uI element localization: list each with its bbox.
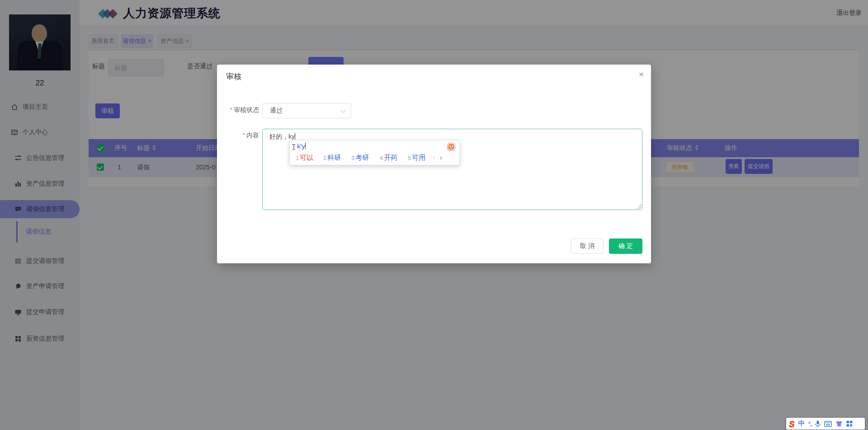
status-select[interactable]: 通过 (262, 103, 351, 118)
ime-candidate[interactable]: 5可用 (408, 154, 425, 162)
ime-toolbar: S 中 °, (786, 418, 865, 430)
ime-candidate-list: 1可以 2科研 3考研 4开药 5可用 ‹ › (290, 154, 459, 164)
ime-caret (305, 143, 306, 150)
ime-candidate[interactable]: 4开药 (380, 154, 397, 162)
content-field-label: *内容 (217, 131, 259, 140)
ime-composition: k'y (297, 142, 306, 150)
text-cursor-icon (292, 144, 295, 150)
chevron-down-icon (340, 108, 345, 112)
confirm-button[interactable]: 确 定 (609, 238, 642, 254)
resize-handle-icon[interactable] (637, 204, 642, 209)
toolbox-grid-icon[interactable] (846, 421, 853, 427)
ime-candidate[interactable]: 1可以 (296, 154, 313, 162)
microphone-icon[interactable] (815, 421, 821, 427)
text-caret (295, 133, 295, 140)
keyboard-icon[interactable] (824, 421, 832, 427)
status-field-label: *审核状态 (217, 106, 259, 114)
ime-candidate-window: k'y 1可以 2科研 3考研 4开药 5可用 ‹ › (289, 140, 460, 165)
dialog-title: 审核 (226, 71, 241, 82)
cancel-button[interactable]: 取 消 (571, 238, 604, 254)
required-asterisk: * (243, 131, 245, 139)
ime-candidate[interactable]: 2科研 (323, 154, 341, 162)
skin-tshirt-icon[interactable] (835, 421, 843, 427)
emoji-button-icon[interactable] (447, 143, 455, 151)
punctuation-mode-icon[interactable]: °, (808, 421, 811, 427)
chinese-mode-icon[interactable]: 中 (798, 420, 805, 428)
ime-prev-page-icon[interactable]: ‹ (433, 154, 435, 161)
ime-next-page-icon[interactable]: › (440, 154, 442, 161)
ime-candidate[interactable]: 3考研 (351, 154, 369, 162)
sogou-logo-icon[interactable]: S (789, 420, 795, 428)
required-asterisk: * (230, 106, 232, 113)
status-select-value: 通过 (270, 107, 283, 115)
close-icon[interactable]: × (639, 70, 644, 79)
